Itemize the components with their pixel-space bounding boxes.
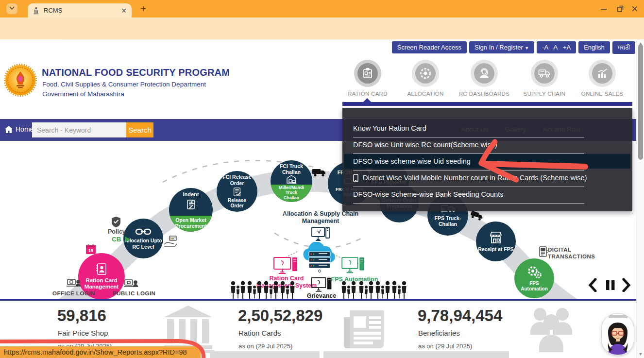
indent-document-icon [185,199,197,211]
maharashtra-govt-logo [4,64,37,97]
newspaper-icon [340,306,387,352]
language-marathi-button[interactable]: मराठी [612,41,635,54]
browser-tab-strip: RCMS ✕ + [0,0,644,17]
webpage: Screen Reader Access Sign In / Register … [0,39,644,358]
next-section-strip [210,351,320,358]
browser-window: RCMS ✕ + rcms.mahafood.gov.in [0,0,644,358]
policy-shield-icon [111,216,121,228]
search-input[interactable] [32,122,126,137]
nav-home[interactable]: Home [5,125,34,133]
fci-release-order-circle: FCI Release Order Release Order [217,171,257,212]
status-bar-url: https://rcms.mahafood.gov.in/Show_Report… [0,346,201,358]
chatbot-handle [609,315,628,318]
menu-item-district-mobile-count[interactable]: District Wise Valid Mobile Number count … [353,172,587,184]
carousel-pause-icon[interactable] [605,279,616,291]
support-headset-icon [474,63,494,84]
fps-automation-circle: FPS Automation [514,258,554,298]
carousel-prev-icon[interactable] [588,278,597,292]
search-button[interactable]: Search [126,122,153,137]
office-login-label: OFFICE LOGIN [52,290,95,297]
screen-reader-button[interactable]: Screen Reader Access [392,41,467,53]
truck-icon [534,63,555,84]
next-section-strip [323,351,509,358]
tab-search-button[interactable] [6,3,17,14]
fps-monitor-icon [341,256,365,275]
cloud-server-icon [295,242,344,274]
dbt-hand-icon: DBT [163,236,178,248]
home-icon [5,126,13,133]
window-restore-button[interactable] [615,4,626,14]
tab-allocation[interactable]: ALLOCATION [396,60,455,97]
site-govt-line: Government of Maharashtra [42,90,124,98]
stat-beneficiaries-label: Beneficiaries [418,329,460,337]
cb-label: CB [112,236,121,243]
mobile-phone-icon [353,174,358,182]
receipt-at-fps-circle: Receipt at FPS [476,222,516,261]
menu-bar [342,102,632,106]
font-normal-button[interactable]: A [553,44,558,51]
gears-icon [526,265,542,280]
scroll-down-arrow[interactable]: ▼ [637,352,644,357]
ration-card-icon [357,63,378,84]
font-size-buttons[interactable]: -A A +A [537,41,576,53]
warehouse-truck-icon [286,174,297,184]
stat-fair-price-shop-value: 59,816 [57,307,106,325]
language-english-button[interactable]: English [578,41,610,53]
sales-chart-icon [592,63,612,84]
stat-beneficiaries-asof: as on (29 Jul 2025) [418,342,472,350]
browser-toolbar: rcms.mahafood.gov.in [0,17,644,39]
bank-icon [160,305,216,353]
page-scrollbar[interactable]: ▲ ▼ [636,39,644,358]
chatbot-woman-icon [602,320,634,355]
stat-ration-cards-value: 2,50,52,829 [238,307,322,325]
favicon-emblem-icon [33,7,40,15]
asc-monitor-icon [311,226,330,243]
allocation-gear-icon [415,63,436,84]
pos-machine-icon [538,246,548,259]
menu-item-dfso-uid-seeding[interactable]: DFSO wise scheme wise Uid seeding [353,155,471,167]
policy-label: Policy [108,228,126,236]
digital-transactions-label: DIGITAL TRANSACTIONS [548,247,596,260]
browser-tab-rcms[interactable]: RCMS ✕ [28,3,132,17]
indent-open-market-circle: Indent Open Market Procurement [169,188,213,232]
tab-online-sales[interactable]: ONLINE SALES [573,60,631,97]
stat-ration-cards-asof: as on (29 Jul 2025) [238,342,292,350]
ration-card-dropdown: Know Your Ration Card DFSO wise Unit wis… [342,108,632,211]
site-subtitle: Food, Civil Supplies & Consumer Protecti… [42,81,206,88]
people-group-icon [525,306,577,354]
public-login-icon [124,278,138,290]
window-minimize-button[interactable] [598,4,609,14]
menu-item-dfso-unit-rc-count[interactable]: DFSO wise Unit wise RC count(Scheme wise… [353,139,497,151]
scrollbar-thumb[interactable] [638,44,643,160]
font-increase-button[interactable]: +A [563,44,571,51]
stat-fair-price-shop-label: Fair Price Shop [58,329,108,337]
carousel-next-icon[interactable] [622,278,631,292]
tab-close-icon[interactable]: ✕ [121,7,127,14]
sign-in-button[interactable]: Sign In / Register ▼ [469,41,534,53]
fci-truck-challan-circle: FCI Truck Challan Miller/Mandi Truck Cha… [271,160,312,202]
beneficiaries-people-icons [230,281,415,300]
new-tab-button[interactable]: + [137,3,149,15]
menu-item-bank-seeding-counts[interactable]: DFSO-wise Scheme-wise Bank Seeding Count… [353,188,503,200]
window-close-button[interactable] [629,4,640,14]
chain-link-icon [135,227,152,236]
font-decrease-button[interactable]: -A [542,44,548,51]
rcms-monitor-icon [273,256,298,276]
tab-ration-card[interactable]: RATION CARD [339,60,397,97]
tab-rc-dashboards[interactable]: RC DASHBOARDS [455,60,513,97]
person-book-icon [95,263,108,275]
chatbot-avatar[interactable] [601,313,634,355]
asc-mgmt-label: Allocation & Supply Chain Management [279,210,362,225]
public-login-label: PUBLIC LOGIN [113,290,155,297]
chevron-down-icon [9,6,15,10]
stat-ration-cards-label: Ration Cards [238,329,281,337]
office-login-icon [67,278,81,290]
storefront-icon [489,231,503,244]
tab-supply-chain[interactable]: SUPPLY CHAIN [515,60,574,97]
tab-title: RCMS [44,7,121,14]
cb-play-icon [124,236,131,243]
truck-icon [312,168,326,177]
stat-beneficiaries-value: 9,78,94,454 [418,307,502,325]
svg-text:15: 15 [88,248,93,253]
menu-item-know-your-ration-card[interactable]: Know Your Ration Card [353,122,426,134]
